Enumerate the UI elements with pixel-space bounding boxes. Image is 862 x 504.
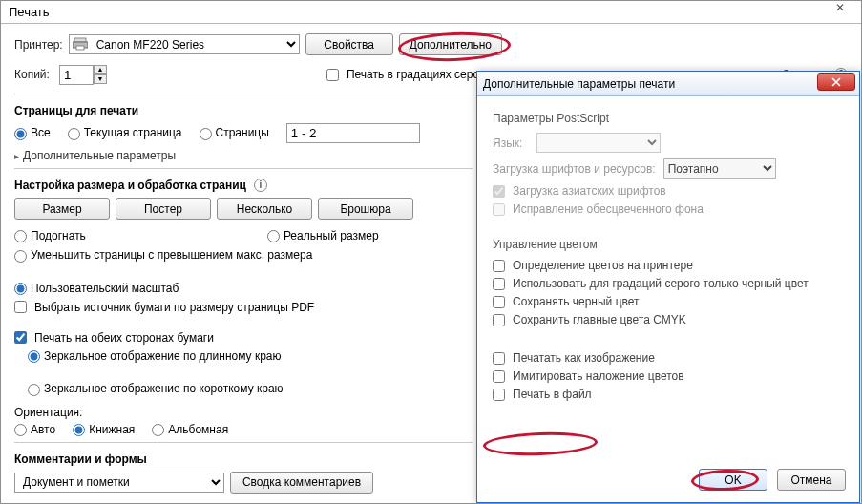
ps-group-title: Параметры PostScript [493, 112, 844, 125]
ps-lang-select [536, 133, 661, 153]
opt-shrink-radio[interactable] [14, 250, 27, 262]
dup-long-radio[interactable] [28, 350, 40, 363]
ps-bgfix-checkbox [493, 203, 505, 216]
misc-c2[interactable]: Имитировать наложение цветов [493, 369, 844, 383]
poster-btn[interactable]: Постер [116, 198, 211, 220]
opt-actual-radio[interactable] [267, 230, 280, 242]
window-title: Печать [9, 5, 50, 19]
comments-select[interactable]: Документ и пометки [14, 472, 224, 493]
ps-lang-label: Язык: [493, 136, 529, 150]
ps-fonts-line: Загрузка шрифтов и ресурсов: Поэтапно [493, 158, 844, 178]
duplex-checkbox[interactable] [14, 331, 27, 344]
misc-c3-checkbox[interactable] [493, 388, 505, 401]
ps-lang-line: Язык: [493, 133, 844, 153]
opt-fit-radio[interactable] [14, 230, 27, 242]
duplex-line[interactable]: Печать на обеих сторонах бумаги [14, 331, 473, 345]
properties-button[interactable]: Свойства [305, 33, 393, 55]
svg-rect-2 [76, 46, 84, 50]
copies-down-icon[interactable]: ▼ [94, 74, 107, 84]
misc-c1[interactable]: Печатать как изображение [493, 351, 844, 365]
color-c1-checkbox[interactable] [493, 260, 505, 272]
ps-asian-checkbox [493, 185, 505, 198]
ps-fonts-select[interactable]: Поэтапно [663, 158, 776, 178]
color-c3-checkbox[interactable] [493, 296, 505, 308]
dup-long[interactable]: Зеркальное отображение по длинному краю [28, 349, 282, 363]
paper-source-checkbox[interactable] [14, 301, 27, 313]
orient-portrait[interactable]: Книжная [73, 423, 135, 436]
copies-spinner: ▲ ▼ [59, 65, 107, 85]
color-c1[interactable]: Определение цветов на принтере [493, 259, 844, 272]
svg-rect-0 [74, 38, 86, 42]
paper-source-line[interactable]: Выбрать источник бумаги по размеру стран… [14, 301, 473, 314]
booklet-btn[interactable]: Брошюра [318, 198, 413, 220]
cancel-button[interactable]: Отмена [777, 469, 846, 491]
pages-radio-row: Все Текущая страница Страницы [14, 123, 473, 143]
orient-portrait-radio[interactable] [73, 424, 85, 436]
opt-fit[interactable]: Подогнать [14, 229, 86, 242]
summary-button[interactable]: Сводка комментариев [230, 472, 373, 494]
comments-title: Комментарии и формы [14, 452, 473, 466]
close-icon [831, 77, 841, 87]
advanced-settings-dialog: Дополнительные параметры печати Параметр… [476, 71, 860, 503]
ps-bgfix-line: Исправление обесцвеченного фона [493, 202, 844, 216]
copies-up-icon[interactable]: ▲ [94, 65, 107, 74]
misc-c2-checkbox[interactable] [493, 370, 505, 383]
dup-short-radio[interactable] [28, 384, 40, 396]
opt-actual[interactable]: Реальный размер [267, 229, 379, 242]
orientation-row: Авто Книжная Альбомная [14, 423, 473, 436]
printer-select-wrap: Canon MF220 Series [69, 34, 300, 54]
grayscale-checkbox-line: Печать в градациях серого [326, 68, 490, 81]
printer-label: Принтер: [14, 38, 63, 52]
opt-custom[interactable]: Пользовательский масштаб [14, 282, 179, 295]
orient-landscape[interactable]: Альбомная [152, 423, 228, 436]
size-section-title: Настройка размера и обработка страниц i [14, 178, 473, 192]
pages-current-radio[interactable] [68, 128, 80, 140]
opt-shrink[interactable]: Уменьшить страницы с превышением макс. р… [14, 248, 312, 262]
pages-range-input[interactable] [286, 123, 420, 143]
color-c3[interactable]: Сохранять черный цвет [493, 295, 844, 308]
dlg2-buttons: OK Отмена [699, 469, 846, 491]
titlebar: Печать ✕ [1, 1, 861, 24]
grayscale-checkbox[interactable] [326, 69, 339, 81]
fit-row: Подогнать Реальный размер [14, 229, 473, 242]
pages-current[interactable]: Текущая страница [68, 126, 182, 139]
color-c4[interactable]: Сохранить главные цвета CMYK [493, 313, 844, 326]
duplex-sub: Зеркальное отображение по длинному краю … [28, 349, 473, 396]
shrink-row: Уменьшить страницы с превышением макс. р… [14, 248, 473, 295]
color-c2[interactable]: Использовать для градаций серого только … [493, 277, 844, 290]
comments-row: Документ и пометки Сводка комментариев [14, 472, 473, 494]
print-dialog: Печать ✕ Справка ? Принтер: Canon MF220 … [0, 0, 862, 504]
pages-section-title: Страницы для печати [14, 104, 473, 117]
color-c4-checkbox[interactable] [493, 314, 505, 326]
misc-c1-checkbox[interactable] [493, 352, 505, 365]
advanced-button[interactable]: Дополнительно [399, 33, 502, 55]
ps-asian-line: Загрузка азиатских шрифтов [493, 184, 844, 198]
printer-row: Принтер: Canon MF220 Series Свойства Доп… [14, 33, 848, 55]
pages-range-radio[interactable] [200, 128, 212, 140]
dlg2-close-button[interactable] [817, 74, 855, 91]
printer-icon [73, 37, 88, 51]
size-btn[interactable]: Размер [14, 198, 110, 220]
opt-custom-radio[interactable] [14, 283, 27, 295]
copies-input[interactable] [59, 65, 94, 85]
window-close-icon[interactable]: ✕ [827, 1, 853, 18]
size-buttons: Размер Постер Несколько Брошюра [14, 198, 473, 220]
pages-all[interactable]: Все [14, 126, 51, 139]
orient-landscape-radio[interactable] [152, 424, 164, 436]
dlg2-titlebar: Дополнительные параметры печати [477, 72, 859, 96]
info-icon[interactable]: i [254, 178, 267, 192]
orient-auto-radio[interactable] [14, 424, 27, 436]
ok-button[interactable]: OK [699, 469, 767, 491]
grayscale-label: Печать в градациях серого [347, 68, 490, 81]
multi-btn[interactable]: Несколько [217, 198, 312, 220]
printer-select[interactable]: Canon MF220 Series [69, 34, 300, 54]
color-c2-checkbox[interactable] [493, 278, 505, 290]
pages-range[interactable]: Страницы [200, 126, 269, 139]
pages-more-params[interactable]: Дополнительные параметры [14, 149, 473, 162]
color-group-title: Управление цветом [493, 238, 844, 251]
dlg2-body: Параметры PostScript Язык: Загрузка шриф… [477, 96, 859, 417]
pages-all-radio[interactable] [14, 128, 27, 140]
misc-c3[interactable]: Печать в файл [493, 388, 844, 401]
orient-auto[interactable]: Авто [14, 423, 55, 436]
dup-short[interactable]: Зеркальное отображение по короткому краю [28, 382, 284, 395]
